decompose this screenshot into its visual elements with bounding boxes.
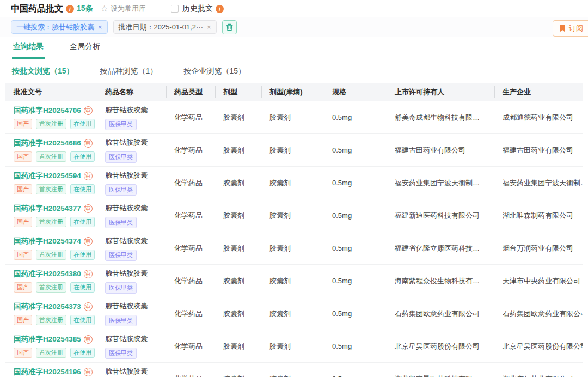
approval-number-link[interactable]: 国药准字H20254373 bbox=[14, 302, 81, 312]
status-tag-inuse: 在使用 bbox=[70, 217, 95, 228]
status-tag-origin: 国产 bbox=[14, 184, 32, 195]
insurance-badge: 医保甲类 bbox=[105, 119, 137, 130]
subtab-by-approval[interactable]: 按批文浏览（15） bbox=[12, 66, 74, 76]
close-icon[interactable]: × bbox=[207, 23, 211, 32]
insurance-badge: 医保甲类 bbox=[105, 315, 137, 326]
approval-number-link[interactable]: 国药准字H20254196 bbox=[14, 367, 81, 377]
subscribe-button[interactable]: 订阅 bbox=[553, 20, 588, 37]
spec-cell: 0.5mg bbox=[324, 146, 387, 154]
subtab-by-variety[interactable]: 按品种浏览（1） bbox=[100, 66, 158, 76]
drug-name-cell: 腺苷钴胺胶囊 医保甲类 bbox=[97, 334, 166, 359]
status-tags: 国产首次注册在使用 bbox=[14, 151, 97, 162]
approval-cell: 国药准字H20254594 审 国产首次注册在使用 bbox=[5, 171, 97, 195]
drug-name: 腺苷钴胺胶囊 bbox=[105, 138, 166, 148]
insurance-badge: 医保甲类 bbox=[105, 184, 137, 196]
holder-cell: 石药集团欧意药业有限公司 bbox=[387, 309, 494, 319]
status-tags: 国产首次注册在使用 bbox=[14, 184, 97, 195]
status-tags: 国产首次注册在使用 bbox=[14, 315, 97, 326]
spec-cell: 0.5mg bbox=[324, 375, 387, 377]
approval-cell: 国药准字H20254686 审 国产首次注册在使用 bbox=[5, 138, 97, 162]
page-title: 中国药品批文 bbox=[11, 3, 63, 15]
table-row: 国药准字H20254380 审 国产首次注册在使用 腺苷钴胺胶囊 医保甲类 化学… bbox=[5, 265, 583, 297]
dosage-form-cell: 胶囊剂 bbox=[215, 211, 261, 221]
drug-type-cell: 化学药品 bbox=[166, 374, 215, 377]
status-tag-origin: 国产 bbox=[14, 348, 32, 358]
clear-filters-button[interactable] bbox=[222, 20, 237, 34]
drug-type-cell: 化学药品 bbox=[166, 145, 215, 155]
tab-global-analysis[interactable]: 全局分析 bbox=[69, 37, 101, 59]
drug-type-cell: 化学药品 bbox=[166, 211, 215, 221]
status-tag-first: 首次注册 bbox=[36, 315, 66, 326]
status-tag-origin: 国产 bbox=[14, 282, 32, 293]
approval-number-link[interactable]: 国药准字H20254594 bbox=[14, 171, 81, 181]
info-icon[interactable]: i bbox=[216, 5, 224, 13]
drug-type-cell: 化学药品 bbox=[166, 244, 215, 253]
approval-number-link[interactable]: 国药准字H20254706 bbox=[14, 106, 81, 115]
insurance-badge: 医保甲类 bbox=[105, 151, 137, 163]
dosage-form-mohs-cell: 胶囊剂 bbox=[261, 211, 324, 221]
status-tag-first: 首次注册 bbox=[36, 119, 66, 130]
title-bar: 中国药品批文 i 15条 ☆ 设为常用库 历史批文 i bbox=[0, 0, 588, 17]
status-tag-origin: 国产 bbox=[14, 217, 32, 228]
drug-name: 腺苷钴胺胶囊 bbox=[105, 171, 166, 180]
dosage-form-mohs-cell: 胶囊剂 bbox=[261, 145, 324, 155]
main-tabs: 查询结果 全局分析 bbox=[0, 37, 588, 59]
dosage-form-mohs-cell: 胶囊剂 bbox=[261, 374, 324, 377]
filter-tag-date[interactable]: 批准日期：2025-01-01,2⋯ × bbox=[113, 20, 217, 34]
status-tag-origin: 国产 bbox=[14, 119, 32, 130]
status-tag-first: 首次注册 bbox=[36, 151, 66, 162]
dosage-form-cell: 胶囊剂 bbox=[215, 113, 261, 123]
approval-cell: 国药准字H20254196 审 国产首次注册在使用 bbox=[5, 367, 97, 377]
drug-name: 腺苷钴胺胶囊 bbox=[105, 269, 166, 278]
filter-tag-search[interactable]: 一键搜索：腺苷钴胺胶囊 × bbox=[11, 20, 108, 34]
col-dosage-form: 剂型 bbox=[215, 83, 261, 101]
approval-number-link[interactable]: 国药准字H20254686 bbox=[14, 138, 81, 148]
table-row: 国药准字H20254373 审 国产首次注册在使用 腺苷钴胺胶囊 医保甲类 化学… bbox=[5, 297, 583, 330]
subtab-by-company[interactable]: 按企业浏览（15） bbox=[183, 66, 246, 76]
drug-name-cell: 腺苷钴胺胶囊 医保甲类 bbox=[97, 105, 166, 130]
approval-cell: 国药准字H20254377 审 国产首次注册在使用 bbox=[5, 204, 97, 228]
status-tag-origin: 国产 bbox=[14, 151, 32, 162]
status-tags: 国产首次注册在使用 bbox=[14, 250, 97, 260]
drug-name: 腺苷钴胺胶囊 bbox=[105, 301, 166, 311]
approval-number-link[interactable]: 国药准字H20254380 bbox=[14, 269, 81, 279]
drug-name-cell: 腺苷钴胺胶囊 医保甲类 bbox=[97, 301, 166, 326]
status-tag-inuse: 在使用 bbox=[70, 315, 95, 326]
table-row: 国药准字H20254196 审 国产首次注册在使用 腺苷钴胺胶囊 医保甲类 化学… bbox=[5, 363, 583, 377]
col-drug-name: 药品名称 bbox=[97, 83, 166, 101]
dosage-form-cell: 胶囊剂 bbox=[215, 374, 261, 377]
status-tags: 国产首次注册在使用 bbox=[14, 348, 97, 358]
set-favorite-button[interactable]: ☆ 设为常用库 bbox=[101, 4, 146, 14]
spec-cell: 0.5mg bbox=[324, 342, 387, 350]
approval-cell: 国药准字H20254374 审 国产首次注册在使用 bbox=[5, 236, 97, 260]
holder-cell: 福建省亿隆立康医药科技… bbox=[387, 244, 494, 253]
manufacturer-cell: 石药集团欧意药业有限公司 bbox=[494, 309, 583, 319]
bookmark-icon bbox=[559, 25, 566, 32]
trash-icon bbox=[226, 23, 233, 31]
sub-tabs: 按批文浏览（15） 按品种浏览（1） 按企业浏览（15） bbox=[0, 59, 588, 83]
holder-cell: 福安药业集团宁波天衡制… bbox=[387, 178, 494, 188]
drug-name-cell: 腺苷钴胺胶囊 医保甲类 bbox=[97, 367, 166, 377]
status-tag-origin: 国产 bbox=[14, 250, 32, 260]
drug-name-cell: 腺苷钴胺胶囊 医保甲类 bbox=[97, 171, 166, 196]
status-tag-inuse: 在使用 bbox=[70, 119, 95, 130]
approval-number-link[interactable]: 国药准字H20254385 bbox=[14, 335, 81, 344]
status-tags: 国产首次注册在使用 bbox=[14, 282, 97, 293]
info-icon[interactable]: i bbox=[66, 5, 74, 13]
manufacturer-cell: 烟台万润药业有限公司 bbox=[494, 244, 583, 253]
status-tag-origin: 国产 bbox=[14, 315, 32, 326]
status-tag-first: 首次注册 bbox=[36, 282, 66, 293]
table-header: 批准文号 药品名称 药品类型 剂型 剂型(摩熵) 规格 上市许可持有人 生产企业 bbox=[5, 83, 583, 101]
approval-number-link[interactable]: 国药准字H20254377 bbox=[14, 204, 81, 214]
status-tag-inuse: 在使用 bbox=[70, 250, 95, 260]
status-tag-inuse: 在使用 bbox=[70, 151, 95, 162]
drug-name-cell: 腺苷钴胺胶囊 医保甲类 bbox=[97, 203, 166, 228]
history-checkbox[interactable] bbox=[171, 5, 179, 13]
dosage-form-cell: 胶囊剂 bbox=[215, 342, 261, 351]
tab-query-results[interactable]: 查询结果 bbox=[12, 37, 45, 59]
approval-number-link[interactable]: 国药准字H20254374 bbox=[14, 236, 81, 246]
manufacturer-cell: 湖北广仁药业有限公司 bbox=[494, 374, 583, 377]
col-dosage-form-mohs: 剂型(摩熵) bbox=[261, 83, 324, 101]
close-icon[interactable]: × bbox=[98, 23, 102, 32]
drug-name: 腺苷钴胺胶囊 bbox=[105, 203, 166, 213]
